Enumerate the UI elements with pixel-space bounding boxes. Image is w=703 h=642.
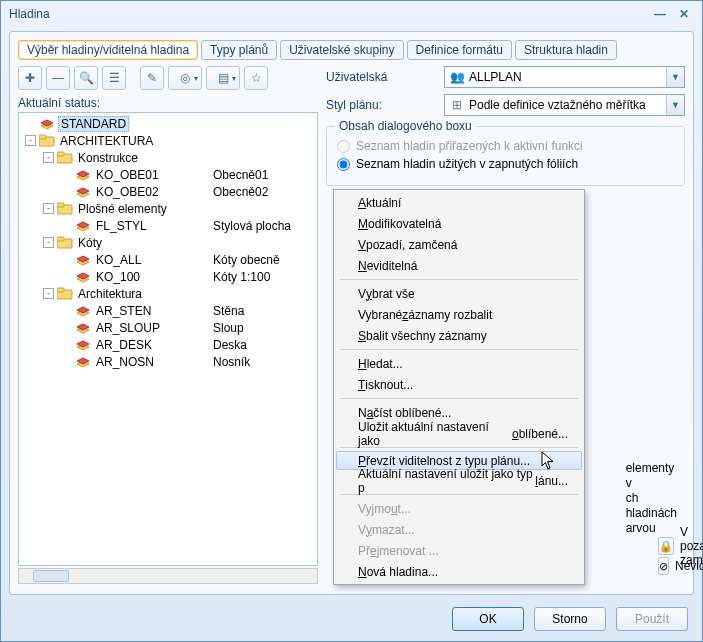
layer-icon xyxy=(75,304,91,318)
collapse-icon[interactable]: - xyxy=(43,288,54,299)
add-icon[interactable]: ✚ xyxy=(18,66,42,90)
menu-item-aktualni[interactable]: Aktuální xyxy=(336,192,582,213)
tab-plan-types[interactable]: Typy plánů xyxy=(201,40,277,60)
style-label: Styl plánu: xyxy=(326,98,436,112)
layer-tree[interactable]: STANDARD-ARCHITEKTURA-KonstrukceKO_OBE01… xyxy=(18,112,318,566)
tab-format-def[interactable]: Definice formátu xyxy=(407,40,512,60)
menu-item-tisknout[interactable]: Tisknout... xyxy=(336,374,582,395)
radio-input[interactable] xyxy=(337,158,350,171)
dialog-buttons: OK Storno Použít xyxy=(452,607,688,631)
style-combo[interactable]: ⊞ Podle definice vztažného měřítka ▼ xyxy=(444,94,685,116)
tree-node-label: KO_100 xyxy=(94,270,142,284)
menu-item-sbalit[interactable]: Sbalit všechny záznamy xyxy=(336,325,582,346)
menu-item-vpozadi[interactable]: V pozadí, zamčená xyxy=(336,234,582,255)
menu-item-modif[interactable]: Modifikovatelná xyxy=(336,213,582,234)
menu-item-nova[interactable]: Nová hladina... xyxy=(336,561,582,582)
tab-layer-select[interactable]: Výběr hladiny/viditelná hladina xyxy=(18,40,198,60)
tree-row[interactable]: AR_STENStěna xyxy=(19,302,317,319)
folder-icon xyxy=(39,134,55,148)
user-combo[interactable]: 👥 ALLPLAN ▼ xyxy=(444,66,685,88)
tree-row[interactable]: AR_NOSNNosník xyxy=(19,353,317,370)
menu-item-vybratvse[interactable]: Vybrat vše xyxy=(336,283,582,304)
locked-icon[interactable]: 🔒 xyxy=(658,537,674,555)
collapse-icon[interactable]: - xyxy=(43,203,54,214)
menu-item-ulozittyp[interactable]: Aktuální nastavení uložit jako typ plánu… xyxy=(336,470,582,491)
tree-spacer xyxy=(61,305,72,316)
tree-node-label: STANDARD xyxy=(58,116,129,132)
svg-rect-3 xyxy=(57,152,64,156)
radio-used-layers[interactable]: Seznam hladin užitých v zapnutých fóliíc… xyxy=(337,157,674,171)
style-combo-value: Podle definice vztažného měřítka xyxy=(469,98,646,112)
window-title: Hladina xyxy=(9,7,646,21)
menu-item-nevid[interactable]: Neviditelná xyxy=(336,255,582,276)
menu-item-rozbalit[interactable]: Vybrané záznamy rozbalit xyxy=(336,304,582,325)
apply-button[interactable]: Použít xyxy=(616,607,688,631)
chevron-down-icon[interactable]: ▼ xyxy=(666,67,684,87)
collapse-icon[interactable]: - xyxy=(43,152,54,163)
chevron-down-icon[interactable]: ▼ xyxy=(666,95,684,115)
context-menu[interactable]: AktuálníModifikovatelnáV pozadí, zamčená… xyxy=(333,189,585,585)
tree-row[interactable]: -ARCHITEKTURA xyxy=(19,132,317,149)
tree-hscrollbar[interactable] xyxy=(18,568,318,584)
radio-input xyxy=(337,140,350,153)
tree-node-desc: Sloup xyxy=(213,321,244,335)
tree-row[interactable]: KO_OBE01Obecně01 xyxy=(19,166,317,183)
tree-row[interactable]: AR_SLOUPSloup xyxy=(19,319,317,336)
list-icon[interactable]: ☰ xyxy=(102,66,126,90)
tree-row[interactable]: -Architektura xyxy=(19,285,317,302)
tree-node-label: AR_SLOUP xyxy=(94,321,162,335)
tree-row[interactable]: -Plošné elementy xyxy=(19,200,317,217)
dialog-content-group: Obsah dialogového boxu Seznam hladin při… xyxy=(326,126,685,186)
tree-row[interactable]: STANDARD xyxy=(19,115,317,132)
tree-row[interactable]: KO_OBE02Obecně02 xyxy=(19,183,317,200)
tree-row[interactable]: -Kóty xyxy=(19,234,317,251)
tree-row[interactable]: AR_DESKDeska xyxy=(19,336,317,353)
left-toolbar: ✚ — 🔍 ☰ ✎ ◎ ▤ ☆ xyxy=(18,66,318,90)
layer-icon xyxy=(75,321,91,335)
close-icon[interactable]: ✕ xyxy=(674,5,694,23)
ok-button[interactable]: OK xyxy=(452,607,524,631)
hidden-icon[interactable]: ⊘ xyxy=(658,557,669,575)
tree-spacer xyxy=(61,169,72,180)
tree-row[interactable]: KO_100Kóty 1:100 xyxy=(19,268,317,285)
cancel-button[interactable]: Storno xyxy=(534,607,606,631)
layers-icon[interactable]: ▤ xyxy=(206,66,240,90)
tree-row[interactable]: FL_STYLStylová plocha xyxy=(19,217,317,234)
tree-node-desc: Stěna xyxy=(213,304,244,318)
scale-icon: ⊞ xyxy=(449,98,465,112)
titlebar: Hladina — ✕ xyxy=(1,1,702,27)
tree-node-label: AR_NOSN xyxy=(94,355,156,369)
user-combo-value: ALLPLAN xyxy=(469,70,522,84)
tab-layer-structure[interactable]: Struktura hladin xyxy=(515,40,617,60)
folder-icon xyxy=(57,287,73,301)
tree-row[interactable]: -Konstrukce xyxy=(19,149,317,166)
tree-row[interactable]: KO_ALLKóty obecně xyxy=(19,251,317,268)
tree-spacer xyxy=(61,322,72,333)
tree-node-label: Architektura xyxy=(76,287,144,301)
menu-item-vyjmout: Vyjmout... xyxy=(336,498,582,519)
tree-node-label: Plošné elementy xyxy=(76,202,169,216)
menu-item-ulozitobl[interactable]: Uložit aktuální nastavení jako oblíbené.… xyxy=(336,423,582,444)
layer-icon xyxy=(75,219,91,233)
layer-icon xyxy=(75,253,91,267)
radio-assigned-layers: Seznam hladin přiřazených k aktivní funk… xyxy=(337,139,674,153)
remove-icon[interactable]: — xyxy=(46,66,70,90)
tree-node-label: ARCHITEKTURA xyxy=(58,134,155,148)
tree-node-label: KO_OBE01 xyxy=(94,168,161,182)
collapse-icon[interactable]: - xyxy=(25,135,36,146)
group-label: Obsah dialogového boxu xyxy=(335,119,476,133)
eyedropper-icon[interactable]: ✎ xyxy=(140,66,164,90)
minimize-icon[interactable]: — xyxy=(650,5,670,23)
tree-spacer xyxy=(61,220,72,231)
menu-item-prejmen: Přejmenovat ... xyxy=(336,540,582,561)
favorite-icon[interactable]: ☆ xyxy=(244,66,268,90)
menu-item-hledat[interactable]: Hledat... xyxy=(336,353,582,374)
zoom-icon[interactable]: 🔍 xyxy=(74,66,98,90)
svg-rect-7 xyxy=(57,237,64,241)
collapse-icon[interactable]: - xyxy=(43,237,54,248)
target-icon[interactable]: ◎ xyxy=(168,66,202,90)
tab-user-groups[interactable]: Uživatelské skupiny xyxy=(280,40,403,60)
layer-icon xyxy=(75,168,91,182)
tree-node-desc: Stylová plocha xyxy=(213,219,291,233)
tree-node-desc: Kóty 1:100 xyxy=(213,270,270,284)
